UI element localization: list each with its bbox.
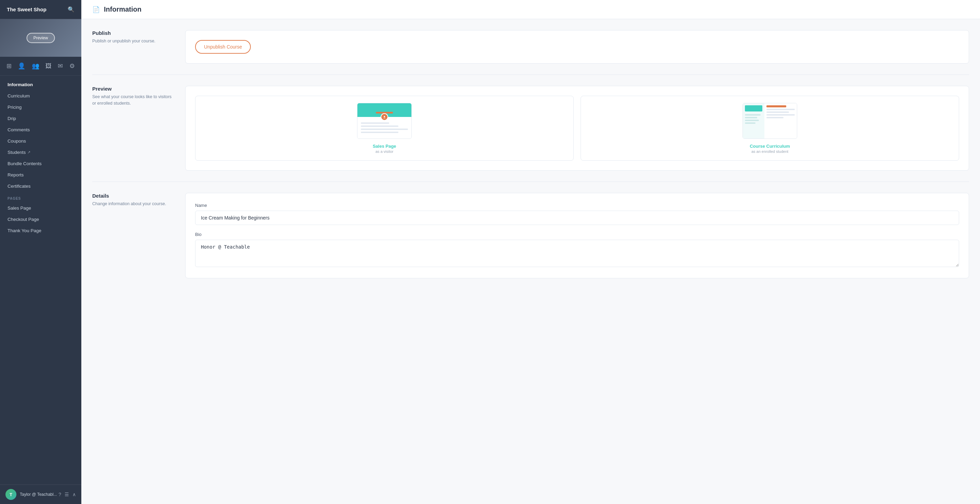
- mail-icon[interactable]: ✉: [55, 61, 65, 71]
- mockup-line-2: [361, 126, 398, 127]
- sidebar-item-bundle-contents[interactable]: Bundle Contents: [0, 158, 81, 169]
- mockup-line-1: [361, 123, 389, 124]
- curriculum-main-line-3: [767, 114, 795, 116]
- sidebar-item-certificates[interactable]: Certificates: [0, 180, 81, 192]
- details-desc: Change information about your course.: [92, 201, 174, 207]
- publish-title: Publish: [92, 30, 174, 36]
- publish-desc: Publish or unpublish your course.: [92, 38, 174, 45]
- curriculum-sidebar-line-1: [745, 114, 760, 116]
- group-icon[interactable]: 👥: [29, 61, 42, 71]
- curriculum-main-line-2: [767, 112, 789, 113]
- sales-mockup-visual: [358, 103, 411, 139]
- name-label: Name: [195, 203, 959, 208]
- name-input[interactable]: [195, 211, 959, 225]
- sidebar-item-students[interactable]: Students ↗: [0, 147, 81, 158]
- preview-cards-container: Sales Page as a visitor: [195, 96, 959, 161]
- sales-page-sublabel: as a visitor: [375, 150, 394, 153]
- details-title: Details: [92, 193, 174, 199]
- details-section-left: Details Change information about your co…: [92, 193, 174, 278]
- sales-mockup-avatar: [381, 113, 388, 121]
- details-section: Details Change information about your co…: [92, 182, 969, 289]
- sidebar-item-sales-page[interactable]: Sales Page: [0, 203, 81, 214]
- publish-section: Publish Publish or unpublish your course…: [92, 19, 969, 75]
- publish-section-left: Publish Publish or unpublish your course…: [92, 30, 174, 64]
- help-icon[interactable]: ?: [59, 492, 61, 497]
- app-title: The Sweet Shop: [7, 6, 46, 12]
- curriculum-card-sublabel: as an enrolled student: [751, 150, 788, 153]
- sidebar-item-reports[interactable]: Reports: [0, 169, 81, 180]
- sidebar-item-thank-you-page[interactable]: Thank You Page: [0, 225, 81, 236]
- mockup-line-4: [361, 132, 398, 133]
- curriculum-mockup-sidebar-header: [745, 105, 762, 112]
- external-link-icon: ↗: [27, 150, 30, 155]
- sidebar-item-coupons[interactable]: Coupons: [0, 136, 81, 147]
- sidebar-item-information[interactable]: Information: [0, 79, 81, 90]
- sales-page-card[interactable]: Sales Page as a visitor: [195, 96, 574, 161]
- footer-icons: ? ☰ ∧: [59, 492, 76, 497]
- sidebar-footer: T Taylor @ Teachabl... ? ☰ ∧: [0, 485, 81, 504]
- username-label: Taylor @ Teachabl...: [20, 492, 57, 497]
- preview-title: Preview: [92, 86, 174, 92]
- publish-section-right: Unpublish Course: [185, 30, 969, 64]
- sales-page-mockup: [357, 103, 412, 139]
- curriculum-main-line-4: [767, 117, 784, 118]
- sidebar-user: T Taylor @ Teachabl...: [5, 489, 57, 500]
- page-title: Information: [104, 5, 142, 13]
- bio-label: Bio: [195, 232, 959, 237]
- curriculum-main-line-1: [767, 109, 795, 110]
- sidebar-icon-row: ⊞ 👤 👥 🖼 ✉ ⚙: [0, 57, 81, 76]
- sidebar-item-comments[interactable]: Comments: [0, 124, 81, 136]
- sidebar-header: The Sweet Shop 🔍: [0, 0, 81, 19]
- sidebar-nav: Information Curriculum Pricing Drip Comm…: [0, 76, 81, 485]
- main-content-area: 📄 Information Publish Publish or unpubli…: [81, 0, 980, 504]
- sidebar: The Sweet Shop 🔍 Preview ⊞ 👤 👥 🖼 ✉ ⚙ Inf…: [0, 0, 81, 504]
- curriculum-mockup-main: [764, 103, 797, 139]
- pages-section-label: PAGES: [0, 192, 81, 203]
- chevron-up-icon[interactable]: ∧: [72, 492, 76, 497]
- course-curriculum-card[interactable]: Course Curriculum as an enrolled student: [581, 96, 959, 161]
- avatar: T: [5, 489, 16, 500]
- unpublish-course-button[interactable]: Unpublish Course: [195, 40, 251, 54]
- avatar-initials: T: [10, 492, 12, 497]
- curriculum-sidebar-line-2: [745, 117, 757, 118]
- sales-mockup-header: [358, 103, 411, 117]
- mockup-line-3: [361, 129, 408, 130]
- image-icon[interactable]: 🖼: [43, 61, 54, 71]
- bio-input[interactable]: [195, 240, 959, 267]
- user-icon[interactable]: 👤: [15, 61, 28, 71]
- curriculum-sidebar-line-4: [745, 123, 756, 124]
- preview-button[interactable]: Preview: [27, 33, 55, 43]
- preview-section-right: Sales Page as a visitor: [185, 86, 969, 171]
- sidebar-item-curriculum[interactable]: Curriculum: [0, 90, 81, 102]
- page-icon: 📄: [92, 6, 100, 13]
- details-section-right: Name Bio: [185, 193, 969, 278]
- curriculum-main-bar: [767, 105, 786, 107]
- search-icon[interactable]: 🔍: [68, 6, 75, 13]
- curriculum-mockup-visual: [743, 103, 797, 139]
- sidebar-item-pricing[interactable]: Pricing: [0, 102, 81, 113]
- preview-desc: See what your course looks like to visit…: [92, 94, 174, 107]
- sidebar-item-checkout-page[interactable]: Checkout Page: [0, 214, 81, 225]
- sidebar-hero-image: Preview: [0, 19, 81, 57]
- main-content: Publish Publish or unpublish your course…: [81, 19, 980, 303]
- gear-icon[interactable]: ⚙: [67, 61, 78, 71]
- dashboard-icon[interactable]: ⊞: [4, 61, 14, 71]
- curriculum-mockup-sidebar: [743, 103, 764, 139]
- preview-section: Preview See what your course looks like …: [92, 75, 969, 182]
- sidebar-item-drip[interactable]: Drip: [0, 113, 81, 124]
- page-header: 📄 Information: [81, 0, 980, 19]
- list-icon[interactable]: ☰: [65, 492, 69, 497]
- preview-section-left: Preview See what your course looks like …: [92, 86, 174, 171]
- curriculum-mockup: [743, 103, 797, 139]
- svg-point-0: [384, 116, 385, 117]
- curriculum-sidebar-line-3: [745, 120, 759, 121]
- sales-page-label: Sales Page: [373, 144, 396, 149]
- curriculum-card-label: Course Curriculum: [750, 144, 790, 149]
